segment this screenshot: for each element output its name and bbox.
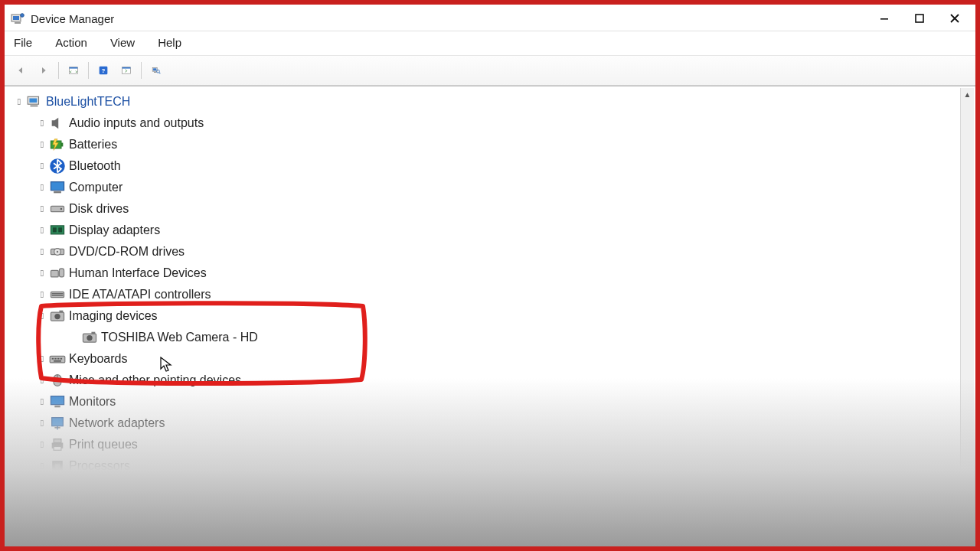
scroll-up-arrow[interactable]: ▲ [961,88,974,101]
svg-rect-43 [91,332,95,334]
tree-item-disks[interactable]:  Disk drives [11,198,972,220]
tree-item-processors[interactable]:  Processors [11,455,972,477]
close-button[interactable] [937,7,972,30]
back-button[interactable] [11,60,31,80]
scan-hardware-button[interactable] [146,60,166,80]
svg-rect-37 [52,295,64,296]
tree-item-monitors[interactable]:  Monitors [11,391,972,412]
tree-item-label: TOSHIBA Web Camera - HD [101,331,258,344]
action-pane-button[interactable] [116,60,136,80]
tree-item-label: Batteries [69,138,117,152]
svg-point-39 [54,314,60,319]
svg-rect-2 [15,22,21,24]
tree-item-batteries[interactable]:  Batteries [11,134,972,155]
menu-file[interactable]: File [12,34,43,51]
tree-item-keyboards[interactable]:  Keyboards [11,348,972,370]
tree-item-computer[interactable]:  Computer [11,177,972,198]
expand-icon[interactable]:  [37,246,47,257]
cpu-icon [49,458,66,474]
tree-item-audio[interactable]:  Audio inputs and outputs [11,112,972,134]
hid-icon [49,266,66,281]
expand-icon[interactable]:  [14,96,24,107]
tree-item-label: Display adapters [69,223,160,237]
expand-icon[interactable]:  [37,139,47,150]
tree-item-label: Sound, video and game controllers [69,502,258,516]
expand-icon[interactable]:  [37,439,47,450]
svg-rect-23 [51,182,64,191]
svg-rect-49 [54,360,61,362]
expand-icon[interactable]:  [37,289,47,300]
tree-item-imaging[interactable]:  Imaging devices [11,305,972,327]
expand-icon[interactable]:  [37,482,47,493]
disk-icon [49,201,66,217]
svg-rect-24 [54,191,61,193]
tree-item-label: Disk drives [69,202,129,216]
software-icon [49,480,66,495]
optical-drive-icon [49,244,66,259]
toolbar: ? [5,55,975,86]
speaker-icon [49,116,66,131]
tree-item-optical[interactable]:  DVD/CD-ROM drives [11,241,972,262]
expand-icon[interactable]:  [37,396,47,407]
tree-item-print-queues[interactable]:  Print queues [11,434,972,455]
expand-icon[interactable]:  [37,354,47,364]
tree-root[interactable]:  BlueLightTECH [11,91,972,112]
device-tree-pane:  BlueLightTECH  Audio inputs and outpu… [5,86,975,546]
svg-rect-13 [153,68,156,70]
tree-item-webcam[interactable]:  TOSHIBA Web Camera - HD [11,327,972,348]
tree-item-label: Monitors [69,395,116,409]
expand-icon[interactable]:  [37,268,47,279]
tree-item-display-adapters[interactable]:  Display adapters [11,220,972,241]
svg-rect-61 [55,464,60,468]
tree-item-mice[interactable]:  Mice and other pointing devices [11,370,972,391]
tree-item-label: Human Interface Devices [69,266,207,280]
tree-item-label: Bluetooth [69,159,121,173]
tree-item-label: Network adapters [69,416,165,430]
collapse-icon[interactable]:  [37,311,47,321]
toolbar-separator [58,62,59,79]
svg-rect-59 [54,446,61,450]
toolbar-separator [141,62,142,79]
svg-rect-45 [52,358,54,360]
tree-item-hid[interactable]:  Human Interface Devices [11,262,972,284]
tree-item-sound[interactable]:  Sound, video and game controllers [11,498,972,520]
device-tree[interactable]:  BlueLightTECH  Audio inputs and outpu… [5,86,975,523]
tree-item-label: Keyboards [69,352,128,366]
window-title: Device Manager [31,12,114,25]
menu-help[interactable]: Help [156,34,192,51]
forward-button[interactable] [34,60,54,80]
show-hide-tree-button[interactable] [64,60,83,80]
svg-rect-36 [52,293,64,294]
help-button[interactable]: ? [93,60,113,80]
svg-rect-52 [51,396,64,405]
vertical-scrollbar[interactable]: ▲ [960,88,974,545]
maximize-button[interactable] [902,7,937,30]
expand-icon[interactable]:  [37,118,47,129]
expand-icon[interactable]:  [37,375,47,386]
camera-icon [81,330,98,345]
tree-item-ide[interactable]:  IDE ATA/ATAPI controllers [11,284,972,305]
expand-icon[interactable]:  [37,418,47,429]
tree-item-network[interactable]:  Network adapters [11,412,972,434]
svg-rect-58 [54,439,61,443]
expand-icon[interactable]:  [37,504,47,514]
svg-rect-1 [13,16,19,20]
tree-item-label: Print queues [69,438,138,452]
expand-icon[interactable]:  [37,161,47,171]
svg-rect-21 [61,143,63,147]
minimize-button[interactable] [867,7,902,30]
menu-view[interactable]: View [109,34,145,51]
tree-item-label: DVD/CD-ROM drives [69,245,185,259]
svg-line-16 [159,73,161,74]
expand-icon[interactable]:  [37,225,47,236]
tree-item-software[interactable]:  Software devices [11,477,972,498]
ide-icon [49,287,66,302]
expand-icon[interactable]:  [37,461,47,471]
tree-item-bluetooth[interactable]:  Bluetooth [11,155,972,177]
camera-icon [49,308,66,324]
expand-icon[interactable]:  [37,204,47,214]
expand-icon[interactable]:  [37,182,47,193]
root-label: BlueLightTECH [46,95,130,109]
svg-rect-14 [154,72,157,73]
menu-action[interactable]: Action [54,34,98,51]
